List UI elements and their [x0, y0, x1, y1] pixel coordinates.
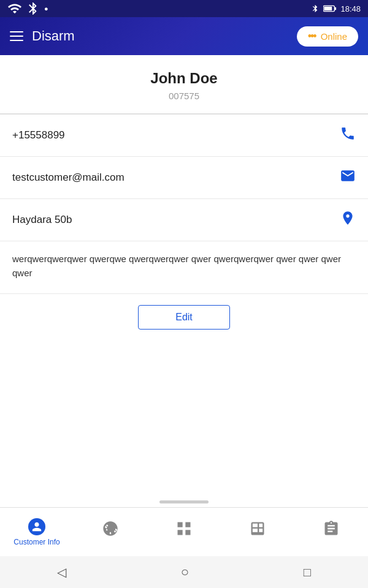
notes-section: werqwerqwerqwer qwerqwe qwerqwerqwer qwe… [0, 241, 368, 294]
svg-rect-2 [335, 7, 336, 10]
home-button[interactable]: ○ [181, 564, 189, 580]
status-bar-left: ● [7, 1, 48, 16]
address-row: Haydara 50b [0, 199, 368, 241]
phone-row: +15558899 [0, 115, 368, 157]
radar-icon [102, 520, 119, 541]
wifi-icon [7, 1, 22, 16]
nav-title: Disarm [32, 28, 75, 44]
phone-icon[interactable] [340, 126, 356, 145]
profile-name: John Doe [10, 70, 358, 87]
svg-rect-1 [324, 7, 332, 10]
info-section: +15558899 testcustomer@mail.com Haydara … [0, 114, 368, 241]
edit-button[interactable]: Edit [138, 305, 230, 330]
tab-radar[interactable] [74, 520, 147, 544]
online-label: Online [321, 31, 347, 42]
drag-handle-bar [159, 500, 209, 503]
grid-icon [175, 520, 193, 541]
status-bar: ● 18:48 [0, 0, 368, 17]
edit-section: Edit [0, 294, 368, 330]
tab-customer-info-label: Customer Info [13, 538, 59, 546]
profile-section: John Doe 007575 [0, 55, 368, 114]
nav-left: Disarm [10, 28, 75, 44]
connection-dots-icon: ••• [308, 30, 316, 43]
layout-icon [249, 520, 266, 541]
email-row: testcustomer@mail.com [0, 157, 368, 199]
nav-bar: Disarm ••• Online [0, 17, 368, 55]
person-icon [28, 518, 45, 535]
recent-button[interactable]: □ [304, 565, 311, 579]
tab-layout[interactable] [221, 520, 294, 544]
hamburger-menu[interactable] [10, 31, 23, 41]
phone-text: +15558899 [12, 129, 65, 141]
navigation-icon[interactable] [340, 210, 356, 230]
drag-handle-area [0, 493, 368, 507]
tab-customer-info[interactable]: Customer Info [0, 518, 74, 546]
online-button[interactable]: ••• Online [297, 26, 358, 47]
bottom-tab-bar: Customer Info [0, 507, 368, 556]
tab-grid[interactable] [147, 520, 221, 544]
profile-id: 007575 [10, 91, 358, 101]
tab-clipboard[interactable] [294, 520, 368, 544]
email-icon[interactable] [340, 168, 356, 187]
notes-text: werqwerqwerqwer qwerqwe qwerqwerqwer qwe… [12, 252, 356, 280]
email-text: testcustomer@mail.com [12, 172, 125, 184]
bluetooth-icon [26, 1, 40, 16]
system-nav-bar: ◁ ○ □ [0, 556, 368, 588]
back-button[interactable]: ◁ [57, 565, 66, 579]
clipboard-icon [323, 520, 340, 541]
dot-icon: ● [44, 5, 48, 12]
bt-icon [311, 4, 320, 13]
status-bar-right: 18:48 [311, 4, 361, 13]
address-text: Haydara 50b [12, 214, 72, 226]
battery-icon [323, 4, 337, 13]
time-display: 18:48 [340, 4, 361, 13]
